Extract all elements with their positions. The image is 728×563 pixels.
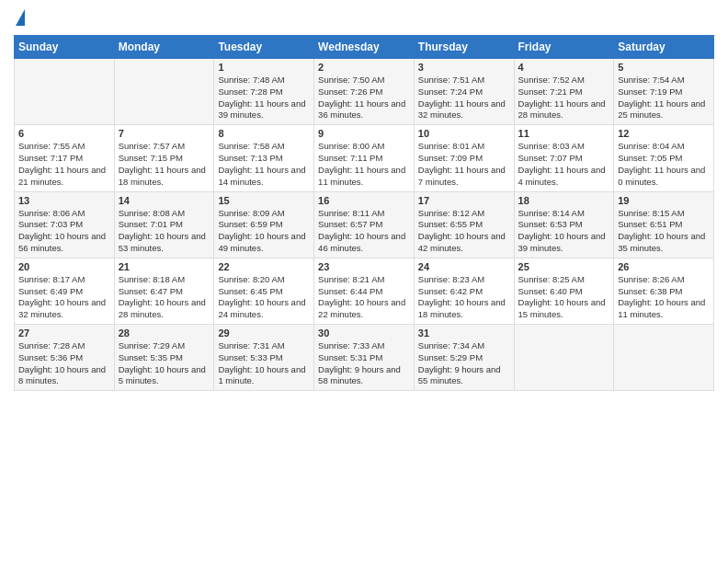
day-number: 18 bbox=[518, 195, 610, 206]
calendar-cell: 14Sunrise: 8:08 AM Sunset: 7:01 PM Dayli… bbox=[114, 191, 214, 258]
calendar: SundayMondayTuesdayWednesdayThursdayFrid… bbox=[14, 35, 714, 391]
day-number: 26 bbox=[618, 261, 710, 272]
page: SundayMondayTuesdayWednesdayThursdayFrid… bbox=[0, 0, 728, 563]
day-number: 29 bbox=[218, 327, 310, 339]
day-info: Sunrise: 7:51 AM Sunset: 7:24 PM Dayligh… bbox=[418, 75, 510, 121]
calendar-cell: 25Sunrise: 8:25 AM Sunset: 6:40 PM Dayli… bbox=[514, 258, 614, 324]
day-number: 21 bbox=[119, 261, 210, 272]
day-info: Sunrise: 7:31 AM Sunset: 5:33 PM Dayligh… bbox=[218, 340, 310, 387]
day-info: Sunrise: 8:06 AM Sunset: 7:03 PM Dayligh… bbox=[18, 208, 110, 255]
day-number: 17 bbox=[418, 195, 510, 206]
day-number: 10 bbox=[418, 128, 510, 139]
day-info: Sunrise: 8:23 AM Sunset: 6:42 PM Dayligh… bbox=[418, 274, 510, 321]
calendar-cell: 10Sunrise: 8:01 AM Sunset: 7:09 PM Dayli… bbox=[414, 125, 514, 191]
day-info: Sunrise: 7:54 AM Sunset: 7:19 PM Dayligh… bbox=[618, 75, 710, 121]
day-number: 23 bbox=[318, 261, 410, 272]
day-info: Sunrise: 8:26 AM Sunset: 6:38 PM Dayligh… bbox=[618, 274, 710, 321]
logo bbox=[14, 9, 25, 28]
day-number: 6 bbox=[18, 128, 110, 139]
day-number: 15 bbox=[218, 195, 310, 206]
logo-text bbox=[14, 9, 25, 28]
day-info: Sunrise: 8:20 AM Sunset: 6:45 PM Dayligh… bbox=[218, 274, 310, 321]
day-info: Sunrise: 7:55 AM Sunset: 7:17 PM Dayligh… bbox=[18, 141, 110, 188]
header bbox=[14, 9, 714, 28]
calendar-cell: 12Sunrise: 8:04 AM Sunset: 7:05 PM Dayli… bbox=[614, 125, 714, 191]
calendar-cell: 8Sunrise: 7:58 AM Sunset: 7:13 PM Daylig… bbox=[214, 125, 314, 191]
calendar-cell bbox=[114, 59, 214, 125]
day-number: 19 bbox=[618, 195, 710, 206]
day-info: Sunrise: 8:09 AM Sunset: 6:59 PM Dayligh… bbox=[218, 208, 310, 255]
day-info: Sunrise: 8:00 AM Sunset: 7:11 PM Dayligh… bbox=[318, 141, 410, 188]
day-number: 27 bbox=[18, 327, 110, 339]
calendar-header-sunday: Sunday bbox=[15, 36, 115, 59]
calendar-cell: 2Sunrise: 7:50 AM Sunset: 7:26 PM Daylig… bbox=[314, 59, 415, 125]
day-info: Sunrise: 8:17 AM Sunset: 6:49 PM Dayligh… bbox=[18, 274, 110, 321]
day-number: 1 bbox=[218, 62, 310, 73]
day-number: 5 bbox=[618, 62, 710, 73]
day-info: Sunrise: 7:33 AM Sunset: 5:31 PM Dayligh… bbox=[318, 340, 410, 387]
calendar-cell: 4Sunrise: 7:52 AM Sunset: 7:21 PM Daylig… bbox=[514, 59, 614, 125]
day-info: Sunrise: 7:29 AM Sunset: 5:35 PM Dayligh… bbox=[119, 340, 210, 387]
calendar-cell: 3Sunrise: 7:51 AM Sunset: 7:24 PM Daylig… bbox=[414, 59, 514, 125]
day-number: 24 bbox=[418, 261, 510, 272]
calendar-cell bbox=[614, 325, 714, 391]
calendar-header-row: SundayMondayTuesdayWednesdayThursdayFrid… bbox=[15, 36, 714, 59]
day-number: 8 bbox=[218, 128, 310, 139]
calendar-week-3: 13Sunrise: 8:06 AM Sunset: 7:03 PM Dayli… bbox=[15, 191, 714, 258]
day-number: 28 bbox=[119, 327, 210, 339]
calendar-cell bbox=[514, 325, 614, 391]
calendar-header-wednesday: Wednesday bbox=[314, 36, 415, 59]
day-info: Sunrise: 8:25 AM Sunset: 6:40 PM Dayligh… bbox=[518, 274, 610, 321]
day-number: 25 bbox=[518, 261, 610, 272]
day-info: Sunrise: 7:34 AM Sunset: 5:29 PM Dayligh… bbox=[418, 340, 510, 387]
calendar-cell: 26Sunrise: 8:26 AM Sunset: 6:38 PM Dayli… bbox=[614, 258, 714, 324]
day-number: 22 bbox=[218, 261, 310, 272]
day-number: 7 bbox=[119, 128, 210, 139]
calendar-week-4: 20Sunrise: 8:17 AM Sunset: 6:49 PM Dayli… bbox=[15, 258, 714, 324]
day-info: Sunrise: 7:50 AM Sunset: 7:26 PM Dayligh… bbox=[318, 75, 410, 121]
calendar-cell: 9Sunrise: 8:00 AM Sunset: 7:11 PM Daylig… bbox=[314, 125, 415, 191]
calendar-cell bbox=[15, 59, 115, 125]
day-number: 4 bbox=[518, 62, 610, 73]
calendar-cell: 23Sunrise: 8:21 AM Sunset: 6:44 PM Dayli… bbox=[314, 258, 415, 324]
calendar-cell: 13Sunrise: 8:06 AM Sunset: 7:03 PM Dayli… bbox=[15, 191, 115, 258]
day-info: Sunrise: 7:28 AM Sunset: 5:36 PM Dayligh… bbox=[18, 340, 110, 387]
day-number: 12 bbox=[618, 128, 710, 139]
day-number: 2 bbox=[318, 62, 410, 73]
day-info: Sunrise: 8:11 AM Sunset: 6:57 PM Dayligh… bbox=[318, 208, 410, 255]
logo-triangle-icon bbox=[16, 9, 25, 26]
calendar-cell: 1Sunrise: 7:48 AM Sunset: 7:28 PM Daylig… bbox=[214, 59, 314, 125]
calendar-cell: 21Sunrise: 8:18 AM Sunset: 6:47 PM Dayli… bbox=[114, 258, 214, 324]
day-info: Sunrise: 8:21 AM Sunset: 6:44 PM Dayligh… bbox=[318, 274, 410, 321]
day-info: Sunrise: 7:48 AM Sunset: 7:28 PM Dayligh… bbox=[218, 75, 310, 121]
calendar-cell: 5Sunrise: 7:54 AM Sunset: 7:19 PM Daylig… bbox=[614, 59, 714, 125]
calendar-header-tuesday: Tuesday bbox=[214, 36, 314, 59]
day-info: Sunrise: 8:14 AM Sunset: 6:53 PM Dayligh… bbox=[518, 208, 610, 255]
calendar-header-friday: Friday bbox=[514, 36, 614, 59]
calendar-header-saturday: Saturday bbox=[614, 36, 714, 59]
day-number: 3 bbox=[418, 62, 510, 73]
day-info: Sunrise: 8:03 AM Sunset: 7:07 PM Dayligh… bbox=[518, 141, 610, 188]
day-number: 30 bbox=[318, 327, 410, 339]
day-info: Sunrise: 8:18 AM Sunset: 6:47 PM Dayligh… bbox=[119, 274, 210, 321]
day-number: 11 bbox=[518, 128, 610, 139]
calendar-cell: 19Sunrise: 8:15 AM Sunset: 6:51 PM Dayli… bbox=[614, 191, 714, 258]
calendar-week-1: 1Sunrise: 7:48 AM Sunset: 7:28 PM Daylig… bbox=[15, 59, 714, 125]
calendar-cell: 17Sunrise: 8:12 AM Sunset: 6:55 PM Dayli… bbox=[414, 191, 514, 258]
day-number: 31 bbox=[418, 327, 510, 339]
calendar-header-thursday: Thursday bbox=[414, 36, 514, 59]
calendar-cell: 30Sunrise: 7:33 AM Sunset: 5:31 PM Dayli… bbox=[314, 325, 415, 391]
day-number: 9 bbox=[318, 128, 410, 139]
day-info: Sunrise: 8:12 AM Sunset: 6:55 PM Dayligh… bbox=[418, 208, 510, 255]
calendar-header-monday: Monday bbox=[114, 36, 214, 59]
day-number: 16 bbox=[318, 195, 410, 206]
calendar-cell: 6Sunrise: 7:55 AM Sunset: 7:17 PM Daylig… bbox=[15, 125, 115, 191]
calendar-week-5: 27Sunrise: 7:28 AM Sunset: 5:36 PM Dayli… bbox=[15, 325, 714, 391]
calendar-cell: 27Sunrise: 7:28 AM Sunset: 5:36 PM Dayli… bbox=[15, 325, 115, 391]
day-info: Sunrise: 8:15 AM Sunset: 6:51 PM Dayligh… bbox=[618, 208, 710, 255]
calendar-week-2: 6Sunrise: 7:55 AM Sunset: 7:17 PM Daylig… bbox=[15, 125, 714, 191]
calendar-cell: 28Sunrise: 7:29 AM Sunset: 5:35 PM Dayli… bbox=[114, 325, 214, 391]
calendar-cell: 20Sunrise: 8:17 AM Sunset: 6:49 PM Dayli… bbox=[15, 258, 115, 324]
calendar-cell: 22Sunrise: 8:20 AM Sunset: 6:45 PM Dayli… bbox=[214, 258, 314, 324]
day-info: Sunrise: 7:52 AM Sunset: 7:21 PM Dayligh… bbox=[518, 75, 610, 121]
